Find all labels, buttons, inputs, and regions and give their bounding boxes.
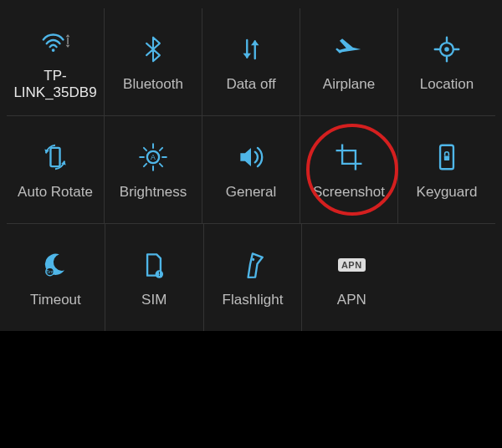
svg-point-0: [52, 49, 55, 53]
svg-line-15: [144, 148, 146, 150]
tile-flashlight[interactable]: Flashlight: [204, 224, 303, 331]
tile-keyguard[interactable]: Keyguard: [398, 116, 495, 223]
tile-label: Airplane: [321, 76, 376, 93]
tile-label: Timeout: [28, 292, 83, 308]
volume-icon: [233, 139, 269, 176]
sim-icon: !: [136, 247, 172, 283]
svg-text:A: A: [151, 153, 156, 161]
tile-label: Keyguard: [415, 184, 479, 201]
tile-location[interactable]: Location: [398, 8, 495, 115]
tile-row-3: 5m Timeout ! SIM Flashligh: [7, 224, 401, 331]
tile-label: SIM: [140, 292, 168, 308]
tile-label: General: [224, 184, 278, 201]
tile-label: TP-LINK_35DB9: [7, 68, 104, 100]
tile-auto-rotate[interactable]: Auto Rotate: [7, 116, 105, 223]
tile-label: Screenshot: [311, 184, 387, 201]
tile-label: Data off: [224, 76, 277, 93]
apn-chip-text: APN: [338, 258, 366, 272]
wifi-icon: [37, 23, 74, 59]
svg-point-3: [444, 47, 449, 52]
tile-data[interactable]: Data off: [202, 8, 300, 115]
airplane-icon: [330, 31, 367, 68]
svg-text:5m: 5m: [47, 270, 54, 275]
tile-row-1: TP-LINK_35DB9 Bluetooth Data off: [7, 8, 495, 116]
svg-rect-8: [50, 148, 59, 166]
tile-screenshot[interactable]: Screenshot: [300, 116, 398, 223]
tile-label: Bluetooth: [121, 76, 185, 93]
tile-label: Location: [418, 76, 475, 93]
svg-line-16: [160, 164, 162, 166]
rotate-icon: [37, 139, 74, 176]
tile-apn[interactable]: APN APN: [302, 224, 401, 331]
tile-wifi[interactable]: TP-LINK_35DB9: [7, 8, 105, 115]
svg-rect-20: [444, 156, 449, 161]
crop-icon: [330, 139, 367, 176]
quick-settings-panel: TP-LINK_35DB9 Bluetooth Data off: [0, 0, 502, 331]
tile-airplane[interactable]: Airplane: [300, 8, 398, 115]
tile-row-2: Auto Rotate A: [7, 116, 495, 224]
svg-rect-1: [67, 38, 69, 44]
tile-label: Flashlight: [221, 292, 285, 308]
apn-chip-icon: APN: [333, 247, 370, 283]
tile-label: Auto Rotate: [16, 184, 95, 201]
brightness-icon: A: [135, 139, 172, 176]
lock-phone-icon: [428, 139, 465, 176]
tile-brightness[interactable]: A Brightness: [105, 116, 202, 223]
tile-sim[interactable]: ! SIM: [105, 224, 204, 331]
svg-line-17: [144, 164, 146, 166]
tile-label: APN: [336, 292, 368, 308]
moon-icon: 5m: [37, 247, 74, 283]
svg-text:!: !: [158, 272, 160, 278]
data-swap-icon: [233, 31, 269, 68]
tile-timeout[interactable]: 5m Timeout: [7, 224, 105, 331]
flashlight-icon: [234, 247, 271, 283]
tile-sound-profile[interactable]: General: [202, 116, 300, 223]
bluetooth-icon: [135, 31, 172, 68]
svg-line-18: [160, 148, 162, 150]
tile-label: Brightness: [118, 184, 188, 201]
location-icon: [428, 31, 465, 68]
tile-bluetooth[interactable]: Bluetooth: [105, 8, 202, 115]
